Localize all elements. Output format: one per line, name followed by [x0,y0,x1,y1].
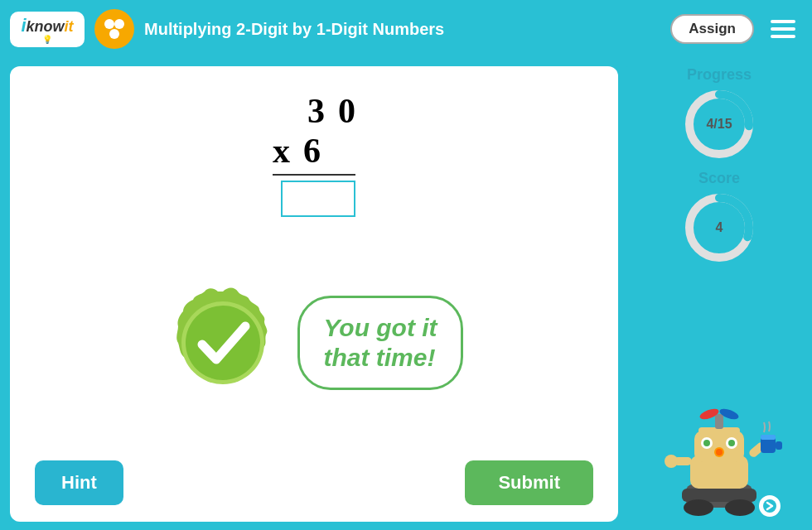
svg-point-2 [109,29,119,39]
answer-input-box[interactable] [281,181,355,217]
operator-symbol: x [273,131,290,171]
svg-point-26 [665,455,678,468]
score-circle: 4 [682,190,756,265]
logo: iknowit 💡 [10,12,85,47]
success-badge [165,285,281,401]
progress-circle: 4/15 [682,87,756,161]
assign-button[interactable]: Assign [670,14,754,44]
logo-know: know [27,18,65,35]
main-content: 3 0 x 6 [0,58,812,530]
math-problem: 3 0 x 6 [273,91,355,217]
logo-it: it [65,18,74,35]
svg-rect-22 [715,414,723,429]
svg-rect-29 [776,441,782,450]
digit-ones: 0 [338,91,355,131]
svg-point-11 [684,499,713,516]
score-section: Score 4 [682,170,756,265]
svg-rect-10 [682,489,756,502]
progress-section: Progress 4/15 [682,66,756,161]
svg-point-18 [728,440,735,446]
action-bar: Hint Submit [27,460,602,505]
header: iknowit 💡 Multiplying 2-Digit by 1-Digit… [0,0,812,58]
operator-row: x 6 [273,131,355,176]
score-value: 4 [716,220,723,235]
success-bubble: You got it that time! [297,296,462,390]
svg-rect-30 [761,435,776,440]
score-label: Score [698,170,740,187]
topic-title: Multiplying 2-Digit by 1-Digit Numbers [144,20,660,39]
progress-label: Progress [687,66,752,84]
mascot-area [653,273,785,522]
svg-point-20 [716,449,723,455]
submit-button[interactable]: Submit [465,460,593,505]
svg-rect-14 [694,431,744,462]
menu-button[interactable] [764,17,802,41]
progress-value: 4/15 [706,117,732,132]
logo-bulb: 💡 [42,35,52,44]
stats-panel: Progress 4/15 Score 4 [636,66,802,522]
svg-point-31 [763,499,776,513]
success-text: You got it that time! [323,313,437,373]
nav-forward-button[interactable] [757,494,782,518]
topic-icon [94,9,134,49]
top-number-row: 3 0 [307,91,355,131]
svg-point-17 [703,440,710,446]
svg-point-12 [725,499,755,516]
multiplier: 6 [303,131,321,171]
feedback-area: You got it that time! [165,285,462,401]
menu-icon [771,20,795,38]
digit-tens: 3 [307,91,325,131]
exercise-panel: 3 0 x 6 [10,66,618,522]
hint-button[interactable]: Hint [35,460,123,505]
svg-point-1 [114,19,124,29]
panel-divider [626,66,628,522]
svg-point-4 [186,306,260,380]
svg-point-0 [104,19,114,29]
